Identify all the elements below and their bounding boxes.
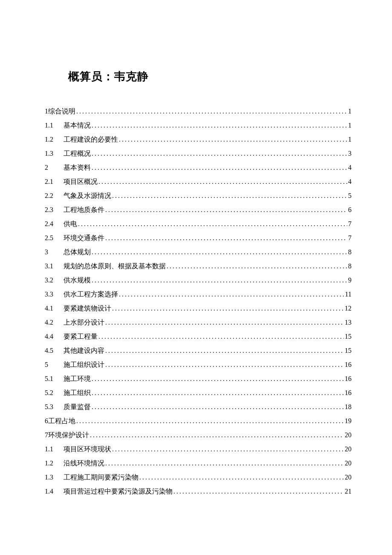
toc-dot-leader: ........................................… <box>92 249 347 256</box>
toc-dot-leader: ........................................… <box>98 333 344 340</box>
toc-entry: 5.3质量监督 ................................… <box>45 404 352 410</box>
toc-dot-leader: ........................................… <box>98 178 347 185</box>
toc-entry: 1.4项目营运过程中要紧污染源及污染物 ....................… <box>45 488 352 495</box>
toc-entry: 2.3工程地质条件 ..............................… <box>45 206 352 213</box>
toc-entry: 3.2供水规模 ................................… <box>45 277 352 284</box>
toc-entry: 2基本资料 ..................................… <box>45 164 352 171</box>
toc-entry: 3.1规划的总体原则、根据及基本数据 .....................… <box>45 263 352 270</box>
toc-entry-page: 6 <box>348 206 352 213</box>
toc-entry: 4.1要紧建筑物设计 .............................… <box>45 305 352 312</box>
toc-dot-leader: ........................................… <box>92 404 344 410</box>
toc-dot-leader: ........................................… <box>112 305 344 312</box>
toc-entry-number: 1.2 <box>45 136 63 143</box>
toc-entry: 4.5其他建设内容 ..............................… <box>45 347 352 354</box>
toc-entry-page: 8 <box>348 263 352 270</box>
toc-entry-page: 9 <box>348 277 352 284</box>
toc-entry-number: 4.4 <box>45 333 63 340</box>
toc-dot-leader: ........................................… <box>92 277 347 284</box>
toc-entry-title: 供水规模 <box>63 277 91 284</box>
toc-dot-leader: ........................................… <box>76 418 344 424</box>
toc-entry: 5施工组织设计 ................................… <box>45 361 352 368</box>
toc-entry-page: 12 <box>345 305 352 312</box>
toc-entry: 2.5环境交通条件 ..............................… <box>45 235 352 241</box>
toc-entry-number: 2.2 <box>45 192 63 199</box>
toc-entry: 5.1施工环境 ................................… <box>45 375 352 382</box>
toc-dot-leader: ........................................… <box>90 432 344 439</box>
toc-dot-leader: ........................................… <box>105 347 344 354</box>
toc-entry-page: 20 <box>345 446 352 453</box>
toc-dot-leader: ........................................… <box>105 206 347 213</box>
toc-entry: 1 综合说明 .................................… <box>45 108 352 115</box>
toc-entry: 2.2气象及水源情况 .............................… <box>45 192 352 199</box>
toc-entry-title: 环境交通条件 <box>63 235 104 241</box>
toc-dot-leader: ........................................… <box>92 389 344 396</box>
toc-entry-page: 8 <box>348 249 352 256</box>
toc-entry: 3.3供水工程方案选择 ............................… <box>45 291 352 298</box>
toc-entry-number: 3 <box>45 249 63 256</box>
toc-entry-number: 2.1 <box>45 178 63 185</box>
toc-entry-number: 4.1 <box>45 305 63 312</box>
toc-entry-page: 21 <box>345 488 352 495</box>
toc-entry-page: 16 <box>345 361 352 368</box>
toc-entry-number: 1.3 <box>45 474 63 481</box>
toc-entry-title: 环境保护设计 <box>48 432 89 439</box>
toc-entry: 1.3工程施工期间要紧污染物 .........................… <box>45 474 352 481</box>
toc-entry-title: 工程概况 <box>63 150 91 157</box>
toc-entry-title: 气象及水源情况 <box>63 192 111 199</box>
toc-entry-page: 20 <box>345 432 352 439</box>
toc-entry: 4.2上水部分设计 ..............................… <box>45 319 352 326</box>
toc-dot-leader: ........................................… <box>119 136 347 143</box>
toc-entry-title: 施工环境 <box>63 375 91 382</box>
toc-entry: 1.1基本情况 ................................… <box>45 122 352 129</box>
toc-entry-number: 4.2 <box>45 319 63 326</box>
toc-entry-page: 15 <box>345 333 352 340</box>
toc-entry-number: 5.1 <box>45 375 63 382</box>
toc-entry-number: 4.5 <box>45 347 63 354</box>
toc-entry-number: 2 <box>45 164 63 171</box>
toc-dot-leader: ........................................… <box>139 474 344 481</box>
toc-entry-title: 综合说明 <box>48 108 75 115</box>
toc-entry-number: 6 <box>45 418 48 424</box>
toc-dot-leader: ........................................… <box>105 361 344 368</box>
toc-entry-number: 1 <box>45 108 48 115</box>
toc-entry: 1.3工程概况 ................................… <box>45 150 352 157</box>
toc-entry: 1.1项目区环境现状 .............................… <box>45 446 352 453</box>
toc-entry-number: 1.1 <box>45 446 63 453</box>
toc-entry-title: 工程占地 <box>48 418 75 424</box>
toc-entry-title: 工程建设的必要性 <box>63 136 118 143</box>
toc-entry-page: 1 <box>348 108 352 115</box>
toc-entry-page: 7 <box>348 221 352 227</box>
toc-entry-number: 5 <box>45 361 63 368</box>
toc-entry-page: 3 <box>348 150 352 157</box>
toc-entry: 6 工程占地 .................................… <box>45 418 352 424</box>
toc-entry-page: 4 <box>348 178 352 185</box>
toc-entry: 2.4供电 ..................................… <box>45 221 352 227</box>
toc-entry-title: 质量监督 <box>63 404 91 410</box>
toc-entry-number: 2.5 <box>45 235 63 241</box>
toc-entry-page: 16 <box>345 389 352 396</box>
toc-entry-title: 基本情况 <box>63 122 91 129</box>
toc-entry-title: 要紧工程量 <box>63 333 98 340</box>
toc-dot-leader: ........................................… <box>112 192 347 199</box>
toc-dot-leader: ........................................… <box>92 150 347 157</box>
toc-entry: 1.2工程建设的必要性 ............................… <box>45 136 352 143</box>
toc-entry-number: 3.1 <box>45 263 63 270</box>
toc-entry-number: 5.2 <box>45 389 63 396</box>
toc-entry-number: 1.4 <box>45 488 63 495</box>
toc-entry-title: 上水部分设计 <box>63 319 104 326</box>
toc-entry: 5.2施工组织 ................................… <box>45 389 352 396</box>
toc-dot-leader: ........................................… <box>76 108 347 115</box>
toc-entry-page: 20 <box>345 474 352 481</box>
toc-entry-number: 3.2 <box>45 277 63 284</box>
toc-dot-leader: ........................................… <box>105 235 347 241</box>
table-of-contents: 1 综合说明 .................................… <box>45 108 352 495</box>
toc-dot-leader: ........................................… <box>92 375 344 382</box>
toc-entry-page: 5 <box>348 192 352 199</box>
toc-dot-leader: ........................................… <box>92 164 347 171</box>
toc-entry: 7 环境保护设计 ...............................… <box>45 432 352 439</box>
page-title: 概算员：韦克静 <box>68 69 352 84</box>
toc-entry-number: 1.1 <box>45 122 63 129</box>
toc-entry-number: 2.4 <box>45 221 63 227</box>
toc-entry-page: 1 <box>348 122 352 129</box>
toc-entry-title: 供电 <box>63 221 77 227</box>
